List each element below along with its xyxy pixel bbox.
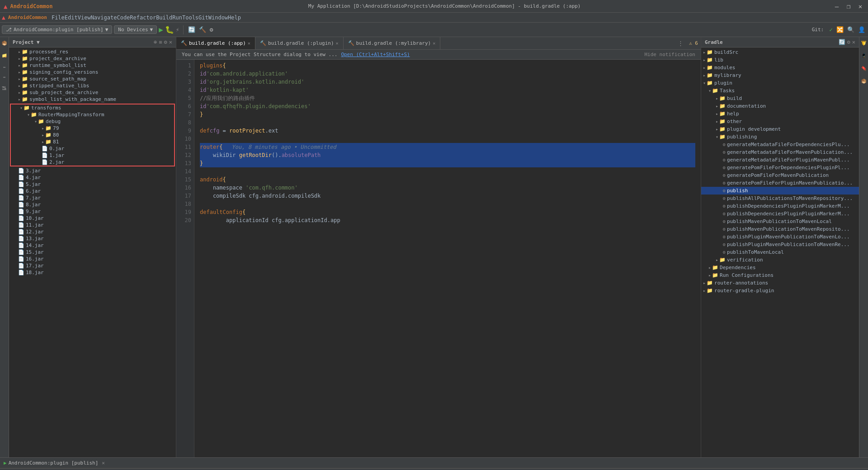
tree-item[interactable]: ▸📁source_set_path_map bbox=[9, 76, 176, 82]
no-devices-button[interactable]: No Devices ▼ bbox=[114, 25, 157, 34]
tab-build-gradle-app[interactable]: 🔨 build.gradle (:app) ✕ bbox=[176, 37, 255, 49]
menu-item-code[interactable]: Code bbox=[117, 14, 130, 21]
gradle-item[interactable]: ▾📁publishing bbox=[701, 133, 859, 141]
gradle-close-icon[interactable]: ✕ bbox=[852, 39, 855, 45]
notification-link[interactable]: Open (Ctrl+Alt+Shift+S) bbox=[341, 52, 410, 57]
gradle-item[interactable]: ▸📁Dependencies bbox=[701, 264, 859, 271]
gradle-item[interactable]: ⚙publishDependenciesPluginPluginMarkerM.… bbox=[701, 202, 859, 210]
project-icon[interactable]: 📁 bbox=[1, 52, 8, 61]
build-variants-icon[interactable]: 📦 bbox=[860, 77, 867, 86]
build-button[interactable]: 🔨 bbox=[198, 25, 207, 34]
gradle-item[interactable]: ▸📁router-gradle-plugin bbox=[701, 287, 859, 294]
gradle-item[interactable]: ⚙publishMavenPublicationToMavenReposito.… bbox=[701, 225, 859, 233]
tree-item[interactable]: ▸📁79 bbox=[11, 125, 174, 132]
sync-button[interactable]: 🔄 bbox=[187, 25, 196, 34]
search-everywhere[interactable]: 🔍 bbox=[846, 25, 855, 34]
resource-manager-icon[interactable]: 📦 bbox=[1, 39, 8, 48]
pull-requests-icon[interactable]: ⬇ bbox=[1, 74, 8, 81]
profile-button[interactable]: ⚡ bbox=[176, 26, 179, 33]
tree-item[interactable]: 📄18.jar bbox=[9, 269, 176, 276]
tree-item[interactable]: 📄0.jar bbox=[11, 145, 174, 152]
menu-item-edit[interactable]: Edit bbox=[65, 14, 78, 21]
gradle-item[interactable]: ▸📁help bbox=[701, 110, 859, 118]
tree-item[interactable]: 📄7.jar bbox=[9, 195, 176, 201]
structure-icon[interactable]: 🏗 bbox=[1, 84, 8, 92]
gradle-item[interactable]: ⚙generatePomFileForMavenPublication bbox=[701, 171, 859, 179]
gradle-item[interactable]: ▸📁router-annotations bbox=[701, 279, 859, 287]
gradle-item[interactable]: ▸📁plugin development bbox=[701, 125, 859, 133]
tree-item[interactable]: ▸📁runtime_symbol_list bbox=[9, 62, 176, 69]
menu-item-window[interactable]: Window bbox=[208, 14, 228, 21]
run-button[interactable]: ▶ bbox=[159, 25, 163, 34]
gradle-item[interactable]: ▾📁plugin bbox=[701, 79, 859, 87]
tree-item[interactable]: 📄9.jar bbox=[9, 208, 176, 215]
notifications-icon[interactable]: 🔔 bbox=[860, 39, 867, 48]
gradle-settings-icon[interactable]: ⚙ bbox=[847, 39, 850, 45]
device-manager-icon[interactable]: 📱 bbox=[860, 52, 867, 61]
gradle-item[interactable]: ⚙publishAllPublicationsToMavenRepository… bbox=[701, 195, 859, 202]
tab-close-2[interactable]: ✕ bbox=[336, 41, 339, 46]
tree-item[interactable]: 📄13.jar bbox=[9, 235, 176, 242]
tree-item[interactable]: ▾📁transforms bbox=[11, 104, 174, 111]
gradle-item[interactable]: ⚙publishPluginMavenPublicationToMavenLo.… bbox=[701, 233, 859, 241]
gradle-item[interactable]: ▸📁other bbox=[701, 118, 859, 125]
tree-item[interactable]: 📄10.jar bbox=[9, 215, 176, 222]
gradle-item[interactable]: ▾📁Tasks bbox=[701, 87, 859, 95]
menu-item-file[interactable]: File bbox=[52, 14, 65, 21]
code-editor[interactable]: plugins { id 'com.android.application' i… bbox=[194, 60, 701, 457]
menu-item-run[interactable]: Run bbox=[172, 14, 182, 21]
tree-item[interactable]: 📄5.jar bbox=[9, 181, 176, 188]
tree-item[interactable]: 📄11.jar bbox=[9, 222, 176, 228]
tree-item[interactable]: ▸📁81 bbox=[11, 138, 174, 145]
gradle-item[interactable]: ⚙generateMetadataFileForPluginMavenPubl.… bbox=[701, 156, 859, 164]
gradle-item[interactable]: ⚙publishMavenPublicationToMavenLocal bbox=[701, 218, 859, 225]
maximize-button[interactable]: ❐ bbox=[844, 3, 853, 10]
gradle-item[interactable]: ⚙publishToMavenLocal bbox=[701, 248, 859, 256]
gradle-item[interactable]: ▸📁verification bbox=[701, 256, 859, 264]
gradle-item[interactable]: ▸📁Run Configurations bbox=[701, 271, 859, 279]
tree-item[interactable]: 📄4.jar bbox=[9, 174, 176, 181]
options-icon[interactable]: ⚙ bbox=[164, 39, 167, 45]
run-close-icon[interactable]: ✕ bbox=[102, 460, 105, 466]
menu-item-build[interactable]: Build bbox=[156, 14, 172, 21]
tree-item[interactable]: 📄15.jar bbox=[9, 249, 176, 256]
tree-item[interactable]: 📄17.jar bbox=[9, 262, 176, 269]
tree-item[interactable]: ▸📁signing_config_versions bbox=[9, 69, 176, 76]
menu-item-tools[interactable]: Tools bbox=[182, 14, 198, 21]
gradle-item[interactable]: ▸📁build bbox=[701, 95, 859, 102]
tree-item[interactable]: ▸📁80 bbox=[11, 132, 174, 138]
close-button[interactable]: ✕ bbox=[856, 3, 864, 10]
gradle-item[interactable]: ⚙generatePomFileForPluginMavenPublicatio… bbox=[701, 179, 859, 187]
tree-item[interactable]: ▾📁RouterMappingTransform bbox=[11, 111, 174, 118]
tab-close-3[interactable]: ✕ bbox=[433, 41, 435, 46]
branch-selector[interactable]: ⎇ AndroidCommon:plugin [publish] ▼ bbox=[2, 25, 112, 34]
hide-notification-button[interactable]: Hide notification bbox=[644, 52, 695, 57]
tree-item[interactable]: ▸📁sub_project_dex_archive bbox=[9, 89, 176, 96]
commits-icon[interactable]: ⬆ bbox=[1, 64, 8, 71]
locate-icon[interactable]: ⊕ bbox=[154, 39, 157, 45]
tab-build-gradle-plugin[interactable]: 🔨 build.gradle (:plugin) ✕ bbox=[255, 37, 344, 49]
menu-item-help[interactable]: Help bbox=[228, 14, 241, 21]
tree-item[interactable]: ▸📁symbol_list_with_package_name bbox=[9, 96, 176, 103]
menu-item-git[interactable]: Git bbox=[198, 14, 208, 21]
git-checkmark[interactable]: ✓ bbox=[828, 25, 834, 34]
tree-item[interactable]: 📄6.jar bbox=[9, 188, 176, 195]
user-icon[interactable]: 👤 bbox=[857, 25, 866, 34]
tree-item[interactable]: 📄3.jar bbox=[9, 167, 176, 174]
menu-item-navigate[interactable]: Navigate bbox=[91, 14, 117, 21]
gradle-item[interactable]: ⚙generateMetadataFileForDependenciesPlu.… bbox=[701, 141, 859, 148]
gradle-item[interactable]: ⚙generateMetadataFileForMavenPublication… bbox=[701, 148, 859, 156]
git-branch-icon[interactable]: 🔀 bbox=[835, 25, 844, 34]
gradle-item[interactable]: ▸📁mylibrary bbox=[701, 71, 859, 79]
tree-item[interactable]: ▸📁processed_res bbox=[9, 48, 176, 55]
menu-item-view[interactable]: View bbox=[78, 14, 91, 21]
gradle-item[interactable]: ⚙publishPluginMavenPublicationToMavenRe.… bbox=[701, 241, 859, 248]
tree-item[interactable]: ▸📁stripped_native_libs bbox=[9, 82, 176, 89]
gradle-item[interactable]: ⚙publishDependenciesPluginPluginMarkerM.… bbox=[701, 210, 859, 218]
gradle-item[interactable]: ▸📁modules bbox=[701, 64, 859, 71]
tree-item[interactable]: 📄16.jar bbox=[9, 256, 176, 262]
gradle-item[interactable]: ▸📁documentation bbox=[701, 102, 859, 110]
settings-button[interactable]: ⚙ bbox=[209, 25, 214, 34]
tab-build-gradle-mylibrary[interactable]: 🔨 build.gradle (:mylibrary) ✕ bbox=[344, 37, 441, 49]
gradle-item[interactable]: ⚙generatePomFileForDependenciesPluginPl.… bbox=[701, 164, 859, 171]
